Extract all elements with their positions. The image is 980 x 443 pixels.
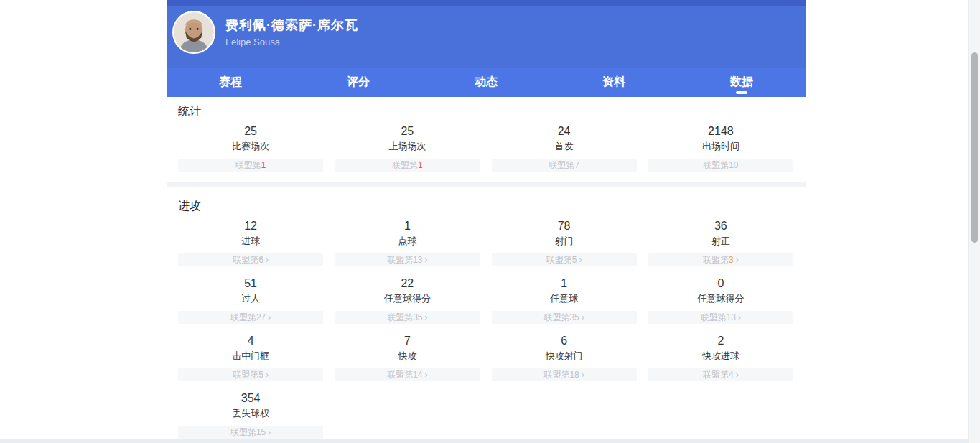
stat-cell: 1点球联盟第13› xyxy=(335,219,480,266)
league-rank-badge[interactable]: 联盟第35› xyxy=(492,311,637,324)
scrollbar-thumb[interactable] xyxy=(971,52,978,243)
tab-news[interactable]: 动态 xyxy=(422,68,550,97)
league-rank-badge[interactable]: 联盟第3› xyxy=(648,253,793,266)
tab-label: 资料 xyxy=(602,75,625,89)
rank-prefix: 联盟第 xyxy=(387,312,413,322)
stat-cell: 4击中门框联盟第5› xyxy=(178,334,323,381)
league-rank-badge[interactable]: 联盟第6› xyxy=(178,253,323,266)
rank-prefix: 联盟第 xyxy=(230,427,256,437)
league-rank-badge[interactable]: 联盟第13› xyxy=(648,311,793,324)
league-rank-badge: 联盟第1 xyxy=(335,159,480,172)
player-latin-name: Felipe Sousa xyxy=(225,36,358,49)
league-rank-badge[interactable]: 联盟第13› xyxy=(335,253,480,266)
chevron-right-icon: › xyxy=(736,255,739,265)
league-rank-badge[interactable]: 联盟第14› xyxy=(335,368,480,381)
header-top-strip xyxy=(167,0,806,6)
rank-prefix: 联盟第 xyxy=(703,255,729,265)
stat-cell: 2148出场时间联盟第10 xyxy=(648,124,793,172)
rank-number: 35 xyxy=(413,312,422,322)
chevron-right-icon: › xyxy=(736,370,739,380)
stat-value: 6 xyxy=(492,334,637,348)
rank-number: 6 xyxy=(258,255,263,265)
tab-profile[interactable]: 资料 xyxy=(550,68,678,97)
rank-prefix: 联盟第 xyxy=(546,255,572,265)
chevron-right-icon: › xyxy=(579,255,582,265)
rank-number: 13 xyxy=(727,312,736,322)
stats-main: 统计25比赛场次联盟第125上场场次联盟第124首发联盟第72148出场时间联盟… xyxy=(167,104,806,443)
league-rank-badge[interactable]: 联盟第18› xyxy=(492,368,637,381)
tab-label: 数据 xyxy=(730,75,753,89)
section-title: 统计 xyxy=(178,104,806,118)
stat-value: 51 xyxy=(178,276,323,291)
stat-label: 快攻进球 xyxy=(648,349,793,363)
stat-cell: 51过人联盟第27› xyxy=(178,276,323,324)
stat-cell: 0任意球得分联盟第13› xyxy=(648,276,793,324)
stat-value: 0 xyxy=(648,276,793,291)
league-rank-badge[interactable]: 联盟第5› xyxy=(178,368,323,381)
bottom-divider xyxy=(0,439,980,443)
player-names: 费利佩·德索萨·席尔瓦 Felipe Sousa xyxy=(225,16,358,49)
tab-bar: 赛程评分动态资料数据 xyxy=(167,68,806,97)
tab-stats[interactable]: 数据 xyxy=(678,68,806,97)
rank-number: 10 xyxy=(729,160,738,170)
scrollbar-track[interactable] xyxy=(968,0,980,443)
stat-label: 任意球得分 xyxy=(648,292,793,305)
chevron-right-icon: › xyxy=(582,312,584,322)
stat-value: 2 xyxy=(648,334,793,348)
league-rank-badge[interactable]: 联盟第4› xyxy=(648,368,793,381)
stat-cell: 2快攻进球联盟第4› xyxy=(648,334,793,381)
chevron-right-icon: › xyxy=(268,427,271,437)
stat-value: 2148 xyxy=(648,124,793,139)
stat-grid: 25比赛场次联盟第125上场场次联盟第124首发联盟第72148出场时间联盟第1… xyxy=(167,118,806,179)
stat-grid: 12进球联盟第6›1点球联盟第13›78射门联盟第5›36射正联盟第3›51过人… xyxy=(167,213,806,443)
stat-cell: 22任意球得分联盟第35› xyxy=(335,276,480,324)
stat-label: 比赛场次 xyxy=(178,139,323,153)
stat-cell: 36射正联盟第3› xyxy=(648,219,793,266)
player-stats-page: 费利佩·德索萨·席尔瓦 Felipe Sousa 赛程评分动态资料数据 统计25… xyxy=(0,0,980,443)
rank-number: 5 xyxy=(572,255,577,265)
stat-value: 36 xyxy=(648,219,793,233)
section-summary: 统计25比赛场次联盟第125上场场次联盟第124首发联盟第72148出场时间联盟… xyxy=(167,104,806,179)
tab-schedule[interactable]: 赛程 xyxy=(167,68,294,97)
rank-number: 14 xyxy=(413,370,422,380)
chevron-right-icon: › xyxy=(582,370,584,380)
stat-cell: 25上场场次联盟第1 xyxy=(335,124,480,172)
league-rank-badge[interactable]: 联盟第27› xyxy=(178,311,323,324)
rank-prefix: 联盟第 xyxy=(549,160,574,170)
player-photo xyxy=(174,12,214,52)
tab-rating[interactable]: 评分 xyxy=(294,68,422,97)
rank-number: 3 xyxy=(729,255,734,265)
chevron-right-icon: › xyxy=(425,312,428,322)
stat-label: 上场场次 xyxy=(335,139,480,153)
rank-prefix: 联盟第 xyxy=(235,160,261,170)
stat-value: 25 xyxy=(335,124,480,139)
chevron-right-icon: › xyxy=(268,312,271,322)
rank-number: 1 xyxy=(261,160,266,170)
chevron-right-icon: › xyxy=(266,370,269,380)
stat-label: 丢失球权 xyxy=(178,406,323,420)
rank-prefix: 联盟第 xyxy=(233,370,258,380)
league-rank-badge[interactable]: 联盟第15› xyxy=(178,426,323,439)
stat-cell: 7快攻联盟第14› xyxy=(335,334,480,381)
rank-prefix: 联盟第 xyxy=(387,370,413,380)
stat-value: 4 xyxy=(178,334,323,348)
stat-label: 任意球 xyxy=(492,292,637,305)
player-header: 费利佩·德索萨·席尔瓦 Felipe Sousa xyxy=(167,0,806,68)
chevron-right-icon: › xyxy=(738,312,741,322)
league-rank-badge[interactable]: 联盟第35› xyxy=(335,311,480,324)
rank-number: 13 xyxy=(413,255,422,265)
chevron-right-icon: › xyxy=(425,255,428,265)
stat-label: 出场时间 xyxy=(648,139,793,153)
rank-number: 35 xyxy=(569,312,579,322)
chevron-right-icon: › xyxy=(266,255,269,265)
section-title: 进攻 xyxy=(178,199,806,213)
stat-label: 进球 xyxy=(178,234,323,248)
stat-value: 1 xyxy=(335,219,480,233)
rank-number: 4 xyxy=(729,370,734,380)
stat-value: 7 xyxy=(335,334,480,348)
stat-label: 击中门框 xyxy=(178,349,323,363)
league-rank-badge[interactable]: 联盟第5› xyxy=(492,253,637,266)
rank-number: 5 xyxy=(258,370,263,380)
stat-label: 快攻 xyxy=(335,349,480,363)
rank-number: 1 xyxy=(418,160,423,170)
